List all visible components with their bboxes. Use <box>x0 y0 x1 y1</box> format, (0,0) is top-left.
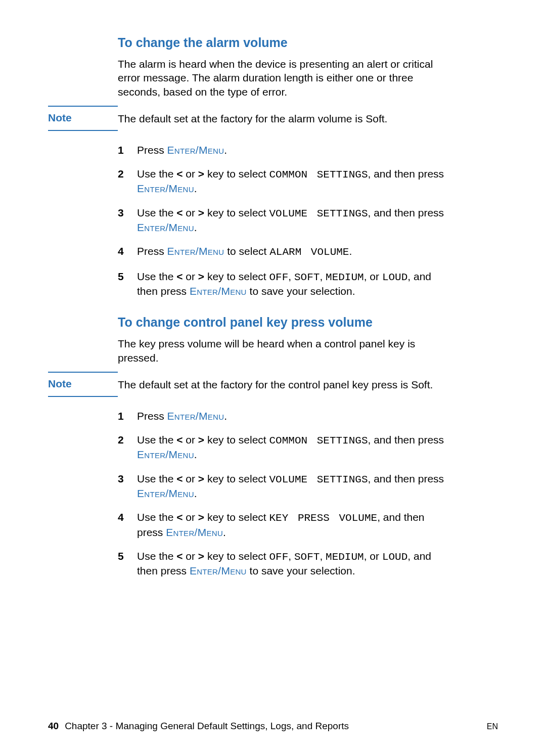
less-than-key: < <box>176 473 183 484</box>
greater-than-key: > <box>198 473 204 484</box>
section2-heading: To change control panel key press volume <box>118 315 498 330</box>
greater-than-key: > <box>198 434 204 446</box>
greater-than-key: > <box>198 271 204 282</box>
enter-menu: Enter/Menu <box>166 526 223 538</box>
section2-steps: Press Enter/Menu. Use the < or > key to … <box>118 409 451 578</box>
section1-steps: Press Enter/Menu. Use the < or > key to … <box>118 143 451 298</box>
step: Use the < or > key to select KEY PRESS V… <box>118 510 451 539</box>
step: Use the < or > key to select COMMON SETT… <box>118 433 451 462</box>
language-code: EN <box>487 722 498 731</box>
display-code: ALARM VOLUME <box>269 246 349 258</box>
enter-menu: Enter/Menu <box>137 183 194 194</box>
display-code: SOFT <box>294 272 320 283</box>
step: Use the < or > key to select COMMON SETT… <box>118 167 451 196</box>
display-code: LOUD <box>382 551 407 563</box>
enter-menu: Enter/Menu <box>167 245 224 257</box>
enter-menu: Enter/Menu <box>137 449 194 460</box>
display-code: KEY PRESS VOLUME <box>269 512 377 524</box>
display-code: COMMON SETTINGS <box>269 169 368 181</box>
enter-menu: Enter/Menu <box>167 144 224 156</box>
section1-note: Note The default set at the factory for … <box>48 112 498 131</box>
display-code: OFF <box>269 272 288 283</box>
section1-intro: The alarm is heard when the device is pr… <box>118 57 451 99</box>
note-text: The default set at the factory for the a… <box>118 112 387 125</box>
display-code: VOLUME SETTINGS <box>269 474 368 485</box>
enter-menu: Enter/Menu <box>190 565 247 576</box>
step: Use the < or > key to select OFF, SOFT, … <box>118 549 451 578</box>
page-footer: 40 Chapter 3 - Managing General Default … <box>48 721 498 732</box>
enter-menu: Enter/Menu <box>190 285 247 297</box>
display-code: MEDIUM <box>326 551 364 563</box>
greater-than-key: > <box>198 511 204 523</box>
display-code: COMMON SETTINGS <box>269 435 368 447</box>
page-number: 40 <box>48 721 59 732</box>
note-label: Note <box>48 106 118 131</box>
display-code: VOLUME SETTINGS <box>269 208 368 219</box>
note-text: The default set at the factory for the c… <box>118 378 433 391</box>
display-code: OFF <box>269 551 288 563</box>
step: Use the < or > key to select VOLUME SETT… <box>118 472 451 501</box>
enter-menu: Enter/Menu <box>167 410 224 422</box>
less-than-key: < <box>176 207 183 218</box>
greater-than-key: > <box>198 168 204 180</box>
step: Use the < or > key to select VOLUME SETT… <box>118 206 451 235</box>
step: Press Enter/Menu to select ALARM VOLUME. <box>118 244 451 259</box>
enter-menu: Enter/Menu <box>137 221 194 233</box>
section2-intro: The key press volume will be heard when … <box>118 337 451 365</box>
section1-heading: To change the alarm volume <box>118 35 498 50</box>
less-than-key: < <box>176 434 183 446</box>
display-code: MEDIUM <box>326 272 364 283</box>
greater-than-key: > <box>198 550 204 562</box>
step: Use the < or > key to select OFF, SOFT, … <box>118 270 451 298</box>
display-code: SOFT <box>294 551 320 563</box>
display-code: LOUD <box>382 272 407 283</box>
note-label: Note <box>48 372 118 397</box>
less-than-key: < <box>176 271 183 282</box>
enter-menu: Enter/Menu <box>137 487 194 499</box>
step: Press Enter/Menu. <box>118 143 451 157</box>
step: Press Enter/Menu. <box>118 409 451 423</box>
less-than-key: < <box>176 168 183 180</box>
chapter-title: Chapter 3 - Managing General Default Set… <box>65 721 487 732</box>
greater-than-key: > <box>198 207 204 218</box>
less-than-key: < <box>176 511 183 523</box>
less-than-key: < <box>176 550 183 562</box>
section2-note: Note The default set at the factory for … <box>48 378 498 397</box>
